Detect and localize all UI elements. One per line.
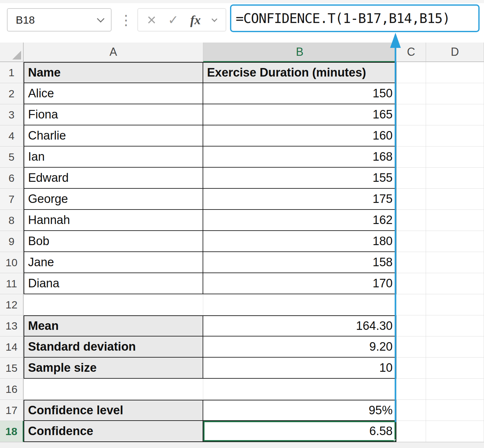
cell-A15[interactable]: Sample size xyxy=(24,358,203,379)
cell-A5[interactable]: Ian xyxy=(24,146,203,168)
cell-D9[interactable] xyxy=(426,231,484,252)
cell-B1[interactable]: Exercise Duration (minutes) xyxy=(203,62,396,83)
cell-B6[interactable]: 155 xyxy=(203,168,396,189)
cell-A17[interactable]: Confidence level xyxy=(24,400,203,421)
cell-C9[interactable] xyxy=(396,231,426,252)
cell-C7[interactable] xyxy=(396,189,426,210)
formula-input[interactable]: =CONFIDENCE.T(1-B17,B14,B15) xyxy=(230,4,480,32)
cell-D16[interactable] xyxy=(426,379,484,400)
cell-A6[interactable]: Edward xyxy=(24,168,203,189)
cell-C4[interactable] xyxy=(396,125,426,146)
cell-B8[interactable]: 162 xyxy=(203,210,396,231)
name-box-value[interactable]: B18 xyxy=(8,14,98,26)
cell-A1[interactable]: Name xyxy=(24,62,203,83)
row-header-3[interactable]: 3 xyxy=(0,104,24,125)
cell-A7[interactable]: George xyxy=(24,189,203,210)
cancel-icon[interactable]: × xyxy=(147,12,156,28)
fx-chevron-icon[interactable] xyxy=(212,16,217,22)
cell-C16[interactable] xyxy=(396,379,426,400)
cell-B17[interactable]: 95% xyxy=(203,400,396,421)
cell-B5[interactable]: 168 xyxy=(203,146,396,168)
cell-A18[interactable]: Confidence xyxy=(24,421,203,442)
row-header-4[interactable]: 4 xyxy=(0,125,24,146)
row-header-7[interactable]: 7 xyxy=(0,189,24,210)
cell-B16[interactable] xyxy=(203,379,396,400)
cell-C8[interactable] xyxy=(396,210,426,231)
cell-B9[interactable]: 180 xyxy=(203,231,396,252)
cell-B4[interactable]: 160 xyxy=(203,125,396,146)
cell-B18-active[interactable]: 6.58 xyxy=(203,421,396,442)
cell-C15[interactable] xyxy=(396,358,426,379)
row-header-15[interactable]: 15 xyxy=(0,358,24,379)
cell-A2[interactable]: Alice xyxy=(24,83,203,104)
cell-B10[interactable]: 158 xyxy=(203,252,396,273)
row-header-13[interactable]: 13 xyxy=(0,315,24,336)
row-header-14[interactable]: 14 xyxy=(0,336,24,358)
insert-function-icon[interactable]: fx xyxy=(190,13,201,27)
cell-D13[interactable] xyxy=(426,315,484,336)
cell-B2[interactable]: 150 xyxy=(203,83,396,104)
cell-D4[interactable] xyxy=(426,125,484,146)
cell-C5[interactable] xyxy=(396,146,426,168)
cell-B15[interactable]: 10 xyxy=(203,358,396,379)
cell-C11[interactable] xyxy=(396,273,426,294)
select-all-corner[interactable] xyxy=(0,43,24,62)
fill-handle[interactable] xyxy=(394,439,396,442)
row-header-8[interactable]: 8 xyxy=(0,210,24,231)
cell-D17[interactable] xyxy=(426,400,484,421)
name-box[interactable]: B18 xyxy=(7,8,112,32)
cell-C1[interactable] xyxy=(396,62,426,83)
cell-B11[interactable]: 170 xyxy=(203,273,396,294)
cell-B3[interactable]: 165 xyxy=(203,104,396,125)
cell-C10[interactable] xyxy=(396,252,426,273)
column-header-B[interactable]: B xyxy=(203,43,396,62)
cell-D5[interactable] xyxy=(426,146,484,168)
cell-C17[interactable] xyxy=(396,400,426,421)
enter-icon[interactable]: ✓ xyxy=(168,14,179,26)
cell-D14[interactable] xyxy=(426,336,484,358)
cell-A8[interactable]: Hannah xyxy=(24,210,203,231)
cell-D7[interactable] xyxy=(426,189,484,210)
cell-D3[interactable] xyxy=(426,104,484,125)
column-header-D[interactable]: D xyxy=(426,43,484,62)
row-header-5[interactable]: 5 xyxy=(0,146,24,168)
cell-C3[interactable] xyxy=(396,104,426,125)
cell-A3[interactable]: Fiona xyxy=(24,104,203,125)
row-header-12[interactable]: 12 xyxy=(0,294,24,315)
row-header-1[interactable]: 1 xyxy=(0,62,24,83)
column-header-C[interactable]: C xyxy=(396,43,426,62)
column-header-A[interactable]: A xyxy=(24,43,203,62)
row-header-16[interactable]: 16 xyxy=(0,379,24,400)
name-box-chevron-icon[interactable] xyxy=(97,15,104,22)
cell-D6[interactable] xyxy=(426,168,484,189)
cell-D1[interactable] xyxy=(426,62,484,83)
cell-A4[interactable]: Charlie xyxy=(24,125,203,146)
cell-A9[interactable]: Bob xyxy=(24,231,203,252)
cell-D18[interactable] xyxy=(426,421,484,442)
cell-A11[interactable]: Diana xyxy=(24,273,203,294)
row-header-11[interactable]: 11 xyxy=(0,273,24,294)
cell-A13[interactable]: Mean xyxy=(24,315,203,336)
cell-D15[interactable] xyxy=(426,358,484,379)
cell-D8[interactable] xyxy=(426,210,484,231)
formula-text[interactable]: =CONFIDENCE.T(1-B17,B14,B15) xyxy=(231,11,450,26)
cell-A14[interactable]: Standard deviation xyxy=(24,336,203,358)
cell-A10[interactable]: Jane xyxy=(24,252,203,273)
row-header-6[interactable]: 6 xyxy=(0,168,24,189)
cell-C6[interactable] xyxy=(396,168,426,189)
cell-B12[interactable] xyxy=(203,294,396,315)
row-header-18[interactable]: 18 xyxy=(0,421,24,442)
cell-D10[interactable] xyxy=(426,252,484,273)
cell-B13[interactable]: 164.30 xyxy=(203,315,396,336)
cell-C14[interactable] xyxy=(396,336,426,358)
cell-C12[interactable] xyxy=(396,294,426,315)
row-header-17[interactable]: 17 xyxy=(0,400,24,421)
cell-A16[interactable] xyxy=(24,379,203,400)
cell-C18[interactable] xyxy=(396,421,426,442)
row-header-10[interactable]: 10 xyxy=(0,252,24,273)
cell-D2[interactable] xyxy=(426,83,484,104)
cell-B7[interactable]: 175 xyxy=(203,189,396,210)
cell-D12[interactable] xyxy=(426,294,484,315)
cell-D11[interactable] xyxy=(426,273,484,294)
cell-C13[interactable] xyxy=(396,315,426,336)
